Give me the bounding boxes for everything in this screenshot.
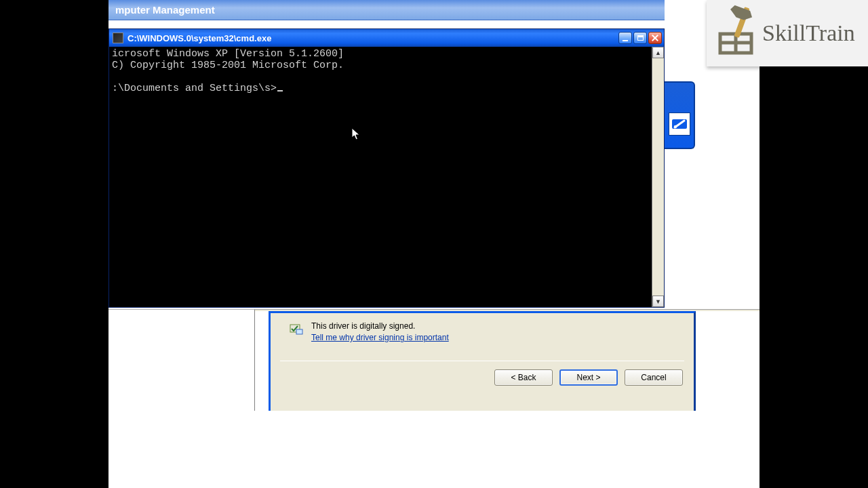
scrollbar[interactable]: ▲ ▼ <box>652 47 664 307</box>
cancel-button[interactable]: Cancel <box>625 369 683 386</box>
maximize-button[interactable] <box>633 32 647 44</box>
scroll-track[interactable] <box>652 58 664 296</box>
logo-mark-icon <box>712 4 765 62</box>
svg-point-1 <box>673 125 676 128</box>
scroll-down-button[interactable]: ▼ <box>652 296 664 307</box>
bg-window-title: mputer Management <box>115 4 215 16</box>
signed-driver-icon <box>290 324 303 335</box>
device-icon <box>669 113 690 136</box>
bottom-whitespace <box>108 411 760 488</box>
cmd-prompt: :\Documents and Settings\s> <box>112 83 277 94</box>
scroll-up-button[interactable]: ▲ <box>652 47 664 58</box>
cursor-caret <box>277 90 283 92</box>
cmd-line-2: C) Copyright 1985-2001 Microsoft Corp. <box>112 60 344 71</box>
cmd-client-area: icrosoft Windows XP [Version 5.1.2600] C… <box>109 47 664 307</box>
next-button[interactable]: Next > <box>559 369 618 386</box>
svg-rect-3 <box>296 329 302 334</box>
cmd-line-1: icrosoft Windows XP [Version 5.1.2600] <box>112 48 344 60</box>
window-controls <box>618 32 662 44</box>
app-stage: mputer Management C:\WINDOWS.0\system32\… <box>108 0 760 488</box>
wizard-sidebar-icon-strip <box>665 81 695 149</box>
driver-signing-link[interactable]: Tell me why driver signing is important <box>311 333 449 342</box>
command-prompt-window: C:\WINDOWS.0\system32\cmd.exe icrosoft W… <box>108 28 665 308</box>
driver-wizard-dialog: This driver is digitally signed. Tell me… <box>269 311 696 413</box>
close-button[interactable] <box>648 32 662 44</box>
wizard-button-row: < Back Next > Cancel <box>271 361 694 386</box>
back-button[interactable]: < Back <box>494 369 553 386</box>
signed-driver-text: This driver is digitally signed. <box>311 321 682 331</box>
cmd-icon <box>113 33 123 43</box>
cmd-output[interactable]: icrosoft Windows XP [Version 5.1.2600] C… <box>109 47 652 307</box>
skilltrain-logo: SkillTrain <box>707 0 868 66</box>
cmd-window-title: C:\WINDOWS.0\system32\cmd.exe <box>127 33 618 43</box>
minimize-button[interactable] <box>618 32 632 44</box>
logo-text: SkillTrain <box>762 20 855 46</box>
bg-window-titlebar: mputer Management <box>108 0 665 20</box>
cmd-titlebar[interactable]: C:\WINDOWS.0\system32\cmd.exe <box>109 29 664 47</box>
